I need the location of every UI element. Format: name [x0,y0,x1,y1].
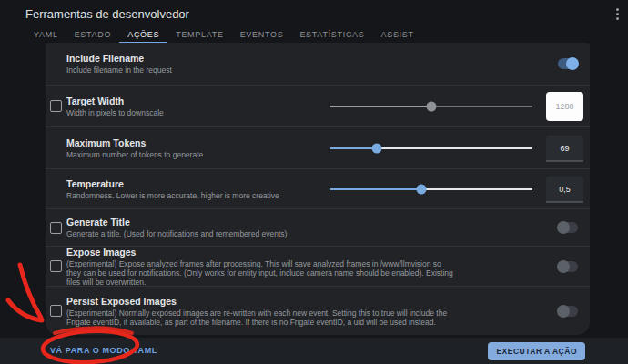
expose-images-toggle[interactable] [558,261,578,272]
field-description: Include filename in the request [66,66,172,75]
toggle-knob [557,260,570,273]
tab-estatisticas[interactable]: ESTATÍSTICAS [291,27,372,44]
field-title: Target Width [66,96,164,106]
field-title: Include Filename [66,53,172,64]
field-title: Persist Exposed Images [66,296,458,307]
page-title: Ferramentas de desenvolvedor [25,7,189,21]
form-row-maximum-tokens: Maximum Tokens Maximum number of tokens … [46,126,590,168]
form-row-generate-title: Generate Title Generate a title. (Used f… [46,208,590,246]
temperature-input[interactable]: 0,5 [546,176,583,202]
form-row-persist-exposed-images: Persist Exposed Images (Experimental) No… [46,286,590,335]
generate-title-toggle[interactable] [558,222,578,233]
toggle-knob [566,57,579,70]
run-action-button[interactable]: EXECUTAR A AÇÃO [488,342,585,360]
form-row-temperature: Temperature Randomness. Lower is more ac… [46,168,590,208]
tab-template[interactable]: TEMPLATE [167,27,231,44]
field-title: Expose Images [66,247,458,258]
expose-images-checkbox[interactable] [50,260,62,272]
field-title: Temperature [66,178,279,189]
red-arrow-annotation [20,265,41,318]
go-to-yaml-mode-link[interactable]: VÁ PARA O MODO YAML [50,346,157,355]
field-description: (Experimental) Expose analyzed frames af… [66,259,458,287]
persist-exposed-images-toggle[interactable] [558,306,578,317]
maximum-tokens-input[interactable]: 69 [546,135,583,161]
app-header: Ferramentas de desenvolvedor [0,0,628,27]
tab-estado[interactable]: ESTADO [66,27,120,44]
temperature-slider[interactable] [330,188,532,190]
slider-thumb[interactable] [372,143,382,153]
field-description: Maximum number of tokens to generate [66,150,203,159]
tab-eventos[interactable]: EVENTOS [232,27,292,44]
target-width-input[interactable]: 1280 [546,92,583,121]
target-width-slider[interactable] [330,106,532,107]
form-row-include-filename: Include Filename Include filename in the… [46,43,590,85]
field-description: Randomness. Lower is more accurate, high… [66,191,279,200]
toggle-knob [557,221,570,234]
slider-thumb[interactable] [427,101,437,111]
maximum-tokens-slider[interactable] [330,147,532,149]
include-filename-toggle[interactable] [558,58,578,69]
tab-bar: YAML ESTADO AÇÕES TEMPLATE EVENTOS ESTAT… [25,27,422,44]
target-width-checkbox[interactable] [50,100,62,112]
tab-assist[interactable]: ASSIST [372,27,421,44]
form-row-expose-images: Expose Images (Experimental) Expose anal… [46,246,590,286]
field-title: Generate Title [66,217,287,228]
toggle-knob [557,305,570,318]
tab-acoes[interactable]: AÇÕES [119,27,167,44]
field-description: Generate a title. (Used for notification… [66,229,287,238]
tab-yaml[interactable]: YAML [25,27,66,44]
field-title: Maximum Tokens [66,137,203,148]
field-description: Width in pixels to downscale [66,108,164,117]
slider-thumb[interactable] [416,184,426,194]
persist-exposed-images-checkbox[interactable] [50,305,62,317]
field-description: (Experimental) Normally exposed images a… [66,308,458,327]
kebab-menu-icon[interactable] [611,6,623,21]
red-arrow-barb [8,300,42,320]
generate-title-checkbox[interactable] [50,222,62,234]
form-row-target-width: Target Width Width in pixels to downscal… [46,85,590,126]
action-settings-card: Include Filename Include filename in the… [46,43,590,335]
action-footer: VÁ PARA O MODO YAML EXECUTAR A AÇÃO [0,338,628,364]
